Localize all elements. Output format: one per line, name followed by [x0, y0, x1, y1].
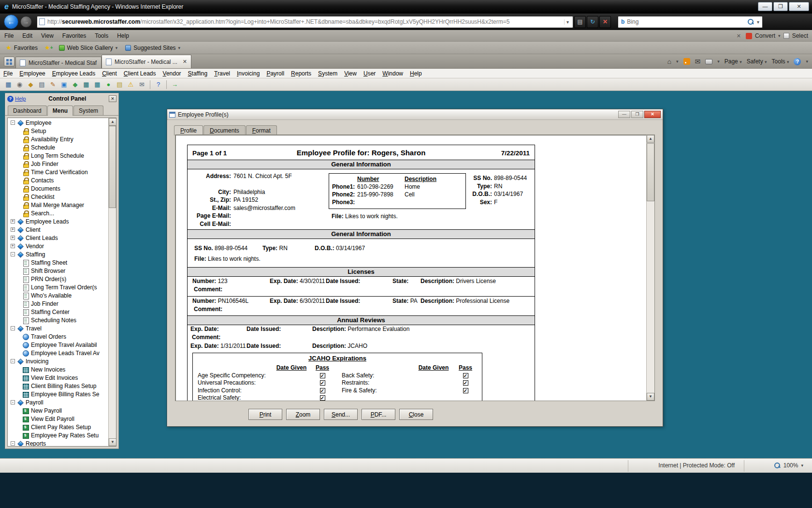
- app-menu-user[interactable]: User: [360, 70, 379, 77]
- tree-expander[interactable]: -: [11, 441, 15, 446]
- tree-expander[interactable]: -: [11, 400, 15, 404]
- safety-menu-button[interactable]: Safety ▾: [747, 58, 767, 65]
- dialog-tab-documents[interactable]: Documents: [203, 125, 246, 135]
- convert-button[interactable]: Convert: [755, 32, 775, 39]
- tree-item-checklist[interactable]: Checklist: [8, 193, 108, 201]
- browser-menu-tools[interactable]: Tools: [90, 32, 113, 39]
- dialog-tab-profile[interactable]: Profile: [174, 125, 203, 135]
- tree-expander[interactable]: -: [11, 326, 15, 330]
- app-menu-travel[interactable]: Travel: [211, 70, 233, 77]
- window-maximize-button[interactable]: ❐: [773, 2, 788, 11]
- tree-item-employee[interactable]: -Employee: [8, 119, 108, 127]
- tree-item-job-finder[interactable]: Job Finder: [8, 299, 108, 308]
- scroll-up-arrow[interactable]: ▲: [109, 118, 116, 126]
- tree-item-long-term-schedule[interactable]: Long Term Schedule: [8, 151, 108, 160]
- tab-close-icon[interactable]: ✕: [183, 59, 187, 65]
- contacts-icon[interactable]: ◆: [26, 79, 36, 90]
- favorites-button[interactable]: Favorites: [14, 45, 38, 51]
- checkbox-checked[interactable]: ✓: [320, 380, 325, 386]
- tree-item-client[interactable]: +Client: [8, 225, 108, 234]
- quick-tabs-icon[interactable]: [4, 57, 14, 66]
- checkbox-checked[interactable]: ✓: [463, 388, 468, 393]
- address-dropdown-icon[interactable]: ▾: [564, 19, 571, 25]
- app-menu-help[interactable]: Help: [406, 70, 425, 77]
- tree-item-new-invoices[interactable]: New Invoices: [8, 365, 108, 374]
- checkbox-checked[interactable]: ✓: [463, 380, 468, 386]
- compatibility-view-button[interactable]: ▤: [574, 16, 586, 28]
- checkbox-checked[interactable]: ✓: [320, 388, 325, 393]
- tree-item-documents[interactable]: Documents: [8, 184, 108, 193]
- tree-item-view-edit-invoices[interactable]: View Edit Invoices: [8, 374, 108, 382]
- notes-icon[interactable]: ▤: [115, 79, 125, 90]
- tree-item-long-term-travel-order-s[interactable]: Long Term Travel Order(s: [8, 283, 108, 291]
- app-menu-system[interactable]: System: [315, 70, 341, 77]
- monitor-icon[interactable]: ▣: [59, 79, 69, 90]
- tree-expander[interactable]: -: [11, 359, 15, 363]
- scrollbar-thumb[interactable]: [647, 143, 654, 201]
- convert-dropdown-icon[interactable]: ▾: [778, 33, 781, 38]
- add-favorite-star-icon[interactable]: ★: [44, 44, 50, 51]
- panel-tab-dashboard[interactable]: Dashboard: [8, 105, 47, 115]
- dialog-button-zoom[interactable]: Zoom: [286, 409, 320, 420]
- mail-icon[interactable]: ✉: [137, 79, 147, 90]
- browser-menu-edit[interactable]: Edit: [18, 32, 37, 39]
- tree-expander[interactable]: +: [11, 219, 15, 224]
- tree-item-setup[interactable]: Setup: [8, 127, 108, 135]
- checkbox-checked[interactable]: ✓: [320, 373, 325, 378]
- browser-tab-1[interactable]: MicroStaffer - Medical Staf...: [15, 57, 102, 68]
- status-icon[interactable]: ●: [103, 79, 114, 90]
- app-menu-window[interactable]: Window: [379, 70, 406, 77]
- web-slice-gallery-button[interactable]: Web Slice Gallery ▾: [55, 45, 122, 51]
- browser-menu-view[interactable]: View: [37, 32, 58, 39]
- tree-expander[interactable]: +: [11, 236, 15, 240]
- search-dropdown-icon[interactable]: ▾: [757, 19, 759, 25]
- scrollbar-thumb[interactable]: [109, 126, 116, 208]
- tree-item-prn-order-s[interactable]: PRN Order(s): [8, 275, 108, 283]
- suggested-sites-button[interactable]: Suggested Sites ▾: [121, 45, 184, 51]
- scroll-down-arrow[interactable]: ▼: [109, 438, 116, 446]
- search-icon[interactable]: [748, 19, 754, 25]
- print-dropdown-icon[interactable]: ▾: [717, 59, 720, 64]
- tree-item-view-edit-payroll[interactable]: View Edit Payroll: [8, 415, 108, 423]
- tree-item-travel-orders[interactable]: Travel Orders: [8, 332, 108, 341]
- back-button[interactable]: ←: [4, 15, 18, 29]
- dialog-close-button[interactable]: ✕: [644, 111, 661, 118]
- calendar-icon[interactable]: ▦: [3, 79, 14, 90]
- tree-item-invoicing[interactable]: -Invoicing: [8, 357, 108, 365]
- tree-item-employee-pay-rates-setu[interactable]: Employee Pay Rates Setu: [8, 431, 108, 439]
- tree-item-search[interactable]: Search...: [8, 209, 108, 217]
- tree-item-scheduling-notes[interactable]: Scheduling Notes: [8, 316, 108, 324]
- app-menu-reports[interactable]: Reports: [288, 70, 315, 77]
- table-icon[interactable]: ▦: [81, 79, 91, 90]
- tree-expander[interactable]: -: [11, 120, 15, 125]
- tree-item-availability-entry[interactable]: Availability Entry: [8, 135, 108, 143]
- app-menu-staffing[interactable]: Staffing: [185, 70, 211, 77]
- print-icon[interactable]: ▤: [37, 79, 47, 90]
- help-dropdown-icon[interactable]: ▾: [806, 59, 808, 64]
- dialog-button-print[interactable]: Print: [248, 409, 282, 420]
- checkbox-checked[interactable]: ✓: [320, 395, 325, 401]
- app-menu-employee[interactable]: Employee: [16, 70, 48, 77]
- tree-item-new-payroll[interactable]: New Payroll: [8, 406, 108, 415]
- tree-item-employee-leads[interactable]: +Employee Leads: [8, 217, 108, 225]
- tree-item-staffing[interactable]: -Staffing: [8, 250, 108, 258]
- window-minimize-button[interactable]: —: [758, 2, 772, 11]
- tree-item-job-finder[interactable]: Job Finder: [8, 160, 108, 168]
- tree-item-payroll[interactable]: -Payroll: [8, 398, 108, 406]
- panel-tab-system[interactable]: System: [73, 105, 103, 115]
- app-menu-client[interactable]: Client: [99, 70, 120, 77]
- edit-icon[interactable]: ✎: [48, 79, 58, 90]
- toolbar-close-icon[interactable]: ✕: [735, 33, 743, 39]
- help-icon[interactable]: ?: [153, 79, 163, 90]
- app-menu-payroll[interactable]: Payroll: [263, 70, 288, 77]
- browser-menu-favorites[interactable]: Favorites: [58, 32, 90, 39]
- tree-expander[interactable]: +: [11, 244, 15, 248]
- app-menu-employee-leads[interactable]: Employee Leads: [49, 70, 99, 77]
- tree-item-vendor[interactable]: +Vendor: [8, 242, 108, 250]
- exit-icon[interactable]: →: [170, 79, 180, 90]
- group-icon[interactable]: ◆: [70, 79, 80, 90]
- dialog-minimize-button[interactable]: —: [618, 111, 630, 118]
- dialog-maximize-button[interactable]: ❐: [631, 111, 643, 118]
- app-menu-vendor[interactable]: Vendor: [160, 70, 185, 77]
- tree-expander[interactable]: +: [11, 227, 15, 232]
